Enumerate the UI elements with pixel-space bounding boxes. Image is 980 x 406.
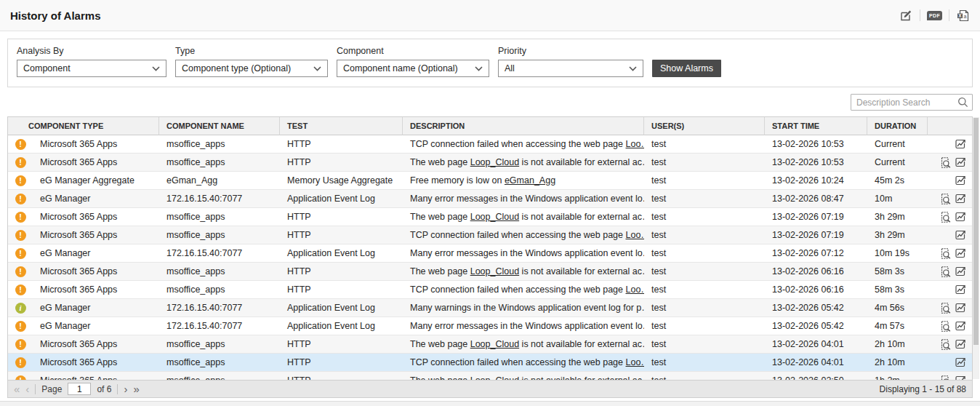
first-page-icon[interactable]: « xyxy=(14,383,20,394)
description-cell: TCP connection failed when accessing the… xyxy=(403,135,644,154)
description-link[interactable]: Loop_Cloud xyxy=(470,339,519,349)
trend-graph-icon[interactable] xyxy=(955,284,967,295)
divider xyxy=(117,384,118,394)
column-header-duration[interactable]: DURATION xyxy=(867,117,928,135)
table-row[interactable]: !Microsoft 365 Appsmsoffice_appsHTTPThe … xyxy=(8,154,972,172)
trend-graph-icon[interactable] xyxy=(955,211,967,223)
page-label: Page xyxy=(41,384,62,394)
diagnosis-icon[interactable] xyxy=(939,338,952,351)
type-select[interactable]: Component type (Optional) xyxy=(175,60,328,77)
column-header-component-type[interactable]: COMPONENT TYPE xyxy=(8,117,159,135)
component-select[interactable]: Component name (Optional) xyxy=(337,60,489,77)
trend-graph-icon[interactable] xyxy=(955,266,967,277)
trend-graph-icon[interactable] xyxy=(955,193,967,204)
diagnosis-icon[interactable] xyxy=(939,211,952,223)
next-page-icon[interactable]: › xyxy=(124,383,127,394)
duration-cell: 3h 29m xyxy=(867,208,928,226)
table-row[interactable]: !Microsoft 365 Appsmsoffice_appsHTTPTCP … xyxy=(8,354,972,372)
column-header-component-name[interactable]: COMPONENT NAME xyxy=(159,117,280,135)
diagnosis-icon[interactable] xyxy=(939,375,952,381)
export-pdf-icon[interactable]: PDF xyxy=(927,11,942,20)
table-row[interactable]: !eG Manager AggregateeGman_AggMemory Usa… xyxy=(8,172,972,190)
diagnosis-icon[interactable] xyxy=(939,302,952,314)
description-search-input[interactable] xyxy=(856,97,957,108)
description-cell: The web page Loop_Cloud is not available… xyxy=(403,335,644,354)
description-link[interactable]: eGman_Agg xyxy=(505,175,555,186)
severity-cell: ! xyxy=(8,190,33,208)
table-row[interactable]: !eG Manager172.16.15.40:7077Application … xyxy=(8,317,972,335)
users-cell: test xyxy=(644,135,765,154)
pager: « ‹ Page of 6 › » xyxy=(14,383,140,395)
description-link[interactable]: Loo… xyxy=(626,284,645,295)
warning-severity-icon: ! xyxy=(15,375,26,380)
table-row[interactable]: !Microsoft 365 Appsmsoffice_appsHTTPTCP … xyxy=(8,226,972,244)
table-row[interactable]: !eG Manager172.16.15.40:7077Application … xyxy=(8,244,972,263)
column-header-test[interactable]: TEST xyxy=(280,117,403,135)
table-row[interactable]: !Microsoft 365 Appsmsoffice_appsHTTPThe … xyxy=(8,208,972,226)
duration-cell: 45m 2s xyxy=(867,172,928,190)
description-text: Many warnings in the Windows application… xyxy=(410,303,644,313)
duration-cell: Current xyxy=(867,154,928,172)
description-link[interactable]: Loop_Cloud xyxy=(470,212,519,222)
analysis-by-select[interactable]: Component xyxy=(17,60,166,77)
start-time-cell: 13-02-2026 06:16 xyxy=(765,281,867,299)
table-row[interactable]: !Microsoft 365 Appsmsoffice_appsHTTPThe … xyxy=(8,372,972,380)
severity-cell: ! xyxy=(8,263,33,281)
description-link[interactable]: Loop_Cloud xyxy=(470,157,519,167)
description-text: TCP connection failed when accessing the… xyxy=(410,357,625,367)
trend-graph-icon[interactable] xyxy=(955,357,967,368)
column-header-description[interactable]: DESCRIPTION xyxy=(403,117,644,135)
diagnosis-icon[interactable] xyxy=(939,193,952,205)
trend-graph-icon[interactable] xyxy=(955,156,967,168)
chevron-down-icon xyxy=(629,66,637,71)
trend-graph-icon[interactable] xyxy=(955,320,967,332)
trend-graph-icon[interactable] xyxy=(955,338,967,350)
description-link[interactable]: Loo… xyxy=(626,230,645,240)
export-excel-icon[interactable]: X a xyxy=(956,9,970,23)
trend-graph-icon[interactable] xyxy=(955,175,967,186)
priority-select[interactable]: All xyxy=(498,60,643,77)
row-actions-cell xyxy=(928,354,972,372)
description-cell: The web page Loop_Cloud is not available… xyxy=(403,208,644,226)
svg-text:X: X xyxy=(958,12,962,17)
users-cell: test xyxy=(644,299,765,317)
search-icon[interactable] xyxy=(957,97,968,108)
vertical-scrollbar[interactable] xyxy=(973,117,979,379)
component-name-cell: msoffice_apps xyxy=(159,154,280,172)
last-page-icon[interactable]: » xyxy=(133,383,139,394)
scrollbar-thumb[interactable] xyxy=(973,118,979,345)
trend-graph-icon[interactable] xyxy=(955,247,967,259)
warning-severity-icon: ! xyxy=(15,248,26,259)
page-number-input[interactable] xyxy=(68,383,91,395)
trend-graph-icon[interactable] xyxy=(955,375,967,380)
column-header-users[interactable]: USER(S) xyxy=(644,117,765,135)
description-link[interactable]: Loop_Cloud xyxy=(470,266,519,276)
description-text: The web page xyxy=(410,212,470,222)
filter-component: Component Component name (Optional) xyxy=(337,46,489,77)
table-row[interactable]: !Microsoft 365 Appsmsoffice_appsHTTPTCP … xyxy=(8,135,972,154)
trend-graph-icon[interactable] xyxy=(955,302,967,314)
component-label: Component xyxy=(337,46,489,56)
prev-page-icon[interactable]: ‹ xyxy=(25,383,29,394)
table-row[interactable]: !eG Manager172.16.15.40:7077Application … xyxy=(8,190,972,208)
diagnosis-icon[interactable] xyxy=(939,156,952,169)
table-row[interactable]: ieG Manager172.16.15.40:7077Application … xyxy=(8,299,972,317)
description-link[interactable]: Loop_C xyxy=(470,375,502,380)
diagnosis-icon[interactable] xyxy=(939,266,952,278)
table-row[interactable]: !Microsoft 365 Appsmsoffice_appsHTTPThe … xyxy=(8,335,972,354)
description-link[interactable]: Loo… xyxy=(626,357,645,367)
trend-graph-icon[interactable] xyxy=(955,229,967,241)
column-header-start-time[interactable]: START TIME xyxy=(765,117,867,135)
edit-icon[interactable] xyxy=(899,9,913,23)
component-name-cell: 172.16.15.40:7077 xyxy=(159,190,280,208)
show-alarms-button[interactable]: Show Alarms xyxy=(652,60,721,77)
trend-graph-icon[interactable] xyxy=(955,138,967,150)
table-row[interactable]: !Microsoft 365 Appsmsoffice_appsHTTPThe … xyxy=(8,263,972,281)
diagnosis-icon[interactable] xyxy=(939,247,952,260)
diagnosis-icon[interactable] xyxy=(939,320,952,333)
component-type-cell: Microsoft 365 Apps xyxy=(33,372,159,380)
row-actions-cell xyxy=(928,226,972,244)
description-text: TCP connection failed when accessing the… xyxy=(410,139,625,149)
table-row[interactable]: !Microsoft 365 Appsmsoffice_appsHTTPTCP … xyxy=(8,281,972,299)
description-link[interactable]: Loo… xyxy=(626,139,645,149)
